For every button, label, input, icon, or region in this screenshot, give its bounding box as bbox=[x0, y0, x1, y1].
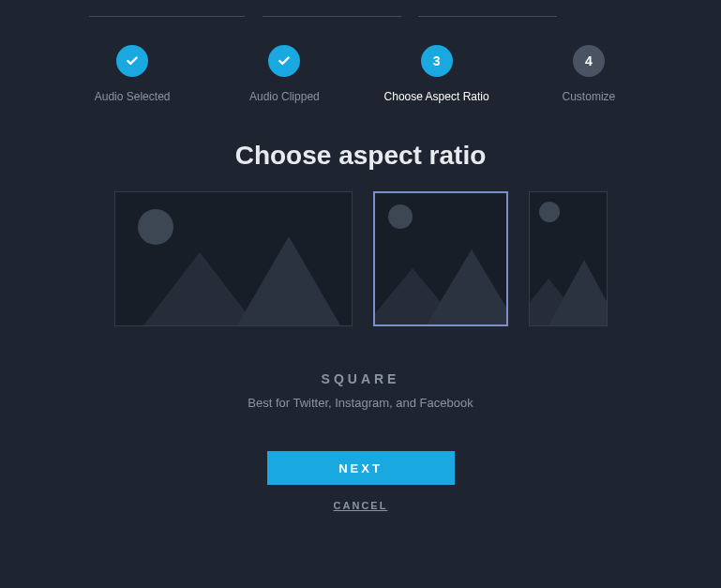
aspect-option-square[interactable] bbox=[373, 191, 508, 326]
placeholder-sun-icon bbox=[539, 202, 560, 222]
step-label: Audio Selected bbox=[95, 90, 171, 103]
step-connector bbox=[418, 16, 557, 17]
next-button[interactable]: NEXT bbox=[267, 451, 455, 485]
page-title: Choose aspect ratio bbox=[113, 141, 609, 171]
placeholder-mountain-icon bbox=[548, 260, 608, 325]
step-connector bbox=[89, 16, 245, 17]
content: Choose aspect ratio SQUARE Best for Twit… bbox=[113, 141, 609, 511]
placeholder-mountain-icon bbox=[237, 236, 340, 325]
aspect-ratio-options bbox=[113, 191, 609, 326]
aspect-option-portrait[interactable] bbox=[529, 191, 608, 326]
cancel-button[interactable]: CANCEL bbox=[334, 500, 388, 511]
placeholder-mountain-icon bbox=[427, 249, 508, 324]
step-circle bbox=[116, 45, 148, 77]
step-audio-selected: Audio Selected bbox=[56, 45, 208, 103]
step-choose-aspect-ratio: 3 Choose Aspect Ratio bbox=[361, 45, 513, 103]
aspect-option-landscape[interactable] bbox=[114, 191, 353, 326]
check-icon bbox=[126, 54, 139, 68]
placeholder-sun-icon bbox=[138, 209, 173, 245]
step-label: Audio Clipped bbox=[249, 90, 320, 103]
step-customize: 4 Customize bbox=[513, 45, 665, 103]
placeholder-sun-icon bbox=[388, 204, 413, 229]
step-connector bbox=[263, 16, 401, 17]
step-label: Choose Aspect Ratio bbox=[384, 90, 489, 103]
step-audio-clipped: Audio Clipped bbox=[208, 45, 360, 103]
actions: NEXT CANCEL bbox=[113, 451, 609, 511]
step-circle: 3 bbox=[421, 45, 453, 77]
stepper: Audio Selected Audio Clipped 3 Choose As… bbox=[0, 0, 721, 103]
step-circle bbox=[268, 45, 300, 77]
selected-option-name: SQUARE bbox=[113, 371, 609, 386]
step-label: Customize bbox=[563, 90, 616, 103]
check-icon bbox=[278, 54, 291, 68]
selected-option-description: Best for Twitter, Instagram, and Faceboo… bbox=[113, 396, 609, 410]
step-circle: 4 bbox=[573, 45, 605, 77]
